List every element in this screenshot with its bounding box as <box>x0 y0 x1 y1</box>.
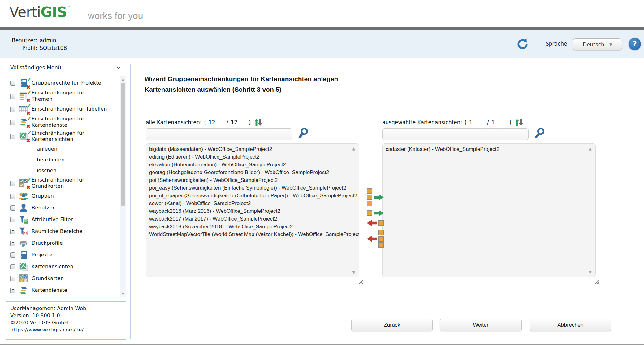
expand-toggle-icon[interactable]: + <box>10 194 15 199</box>
list-item[interactable]: editing (Editieren) - WebOffice_SamplePr… <box>146 153 359 161</box>
list-item[interactable]: poi (Sehenswürdigkeiten) - WebOffice_Sam… <box>146 176 359 184</box>
vertigis-link[interactable]: https://www.vertigis.com/de/ <box>10 327 84 333</box>
sidebar-item[interactable]: +✔✖Einschränkungen für Themen <box>6 89 126 103</box>
items-stack-icon <box>378 230 384 248</box>
sidebar-item[interactable]: +Gruppen <box>6 190 126 202</box>
list-item[interactable]: cadaster (Kataster) - WebOffice_SamplePr… <box>383 145 595 153</box>
sidebar-item[interactable]: +✔✖Gruppenrechte für Projekte <box>6 77 126 89</box>
resize-grip-icon[interactable] <box>358 279 363 286</box>
themes-restriction-icon: ✔✖ <box>18 91 29 101</box>
language-value: Deutsch <box>583 42 604 48</box>
user-info: Benutzer: admin Profil: SQLite108 <box>12 37 67 51</box>
list-item[interactable]: sewer (Kanal) - WebOffice_SampleProject2 <box>146 199 359 207</box>
sidebar-item[interactable]: +✔✖Einschränkungen für Tabellen <box>6 103 126 115</box>
profile-value: SQLite108 <box>40 45 67 51</box>
back-button[interactable]: Zurück <box>351 319 433 331</box>
available-listbox[interactable]: bigdata (Massendaten) - WebOffice_Sample… <box>146 143 359 277</box>
sidebar-item[interactable]: +Attributive Filter <box>6 214 126 226</box>
expand-toggle-icon[interactable]: + <box>10 288 15 293</box>
paren-open: ( <box>204 119 206 125</box>
list-item[interactable]: geotag (Hochgeladene Georeferenzierte Bi… <box>146 169 359 176</box>
selected-listbox[interactable]: cadaster (Kataster) - WebOffice_SamplePr… <box>382 143 596 277</box>
cancel-button[interactable]: Abbrechen <box>530 319 611 331</box>
map-services-icon <box>18 285 29 295</box>
user-band: Benutzer: admin Profil: SQLite108 Sprach… <box>0 30 644 58</box>
sidebar-item[interactable]: +✔✖Einschränkungen für Grundkarten <box>6 176 126 190</box>
list-item[interactable]: WorldStreetMapVectorTile (World Street M… <box>146 230 359 238</box>
scroll-up-icon[interactable]: ▲ <box>352 146 355 151</box>
cross-badge-icon: ✖ <box>26 185 31 190</box>
sidebar-subitem[interactable]: anlegen <box>6 143 126 154</box>
sidebar-item[interactable]: +Druckprofile <box>6 237 126 249</box>
available-total: 12 <box>228 119 249 125</box>
scroll-down-icon[interactable]: ▼ <box>589 270 592 274</box>
user-label: Benutzer: <box>12 37 37 43</box>
available-search-input[interactable] <box>146 128 292 140</box>
refresh-icon[interactable] <box>516 38 529 50</box>
chevron-down-icon: ▼ <box>609 42 612 47</box>
sidebar-item[interactable]: +Grundkarten <box>6 273 126 284</box>
logo-gis: GIS <box>41 4 67 20</box>
list-item[interactable]: poi_easy (Sehenswürdigkeiten (Einfache S… <box>146 184 359 192</box>
scroll-up-icon[interactable]: ▲ <box>120 77 126 81</box>
expand-toggle-icon[interactable]: + <box>10 276 15 281</box>
scroll-up-icon[interactable]: ▲ <box>589 146 592 151</box>
expand-toggle-icon[interactable]: + <box>10 229 15 234</box>
item-square-icon <box>367 210 372 216</box>
expand-toggle-icon[interactable]: + <box>10 94 15 99</box>
available-list-label: alle Kartenansichten: <box>146 119 201 125</box>
scrollbar-thumb[interactable] <box>121 83 125 206</box>
sidebar-item[interactable]: +Kartenansichten <box>6 261 126 273</box>
move-selected-right-button[interactable] <box>367 210 387 216</box>
list-item[interactable]: wayback2018 (November 2018) - WebOffice_… <box>146 223 359 230</box>
move-all-right-button[interactable] <box>367 188 387 206</box>
next-button[interactable]: Weiter <box>440 319 522 331</box>
sidebar-subitem[interactable]: bearbeiten <box>6 154 126 165</box>
expand-toggle-icon[interactable]: + <box>10 264 15 269</box>
expand-toggle-icon[interactable]: + <box>10 217 15 222</box>
paren-close: ) <box>509 119 512 125</box>
sidebar-item[interactable]: +Räumliche Bereiche <box>6 226 126 237</box>
language-select[interactable]: Deutsch ▼ <box>573 38 622 50</box>
expand-toggle-icon[interactable]: + <box>10 181 15 186</box>
sidebar-subitem[interactable]: löschen <box>6 165 126 176</box>
list-item[interactable]: poi_of_epaper (Sehenswürdigkeiten (Ortho… <box>146 192 359 199</box>
help-button[interactable]: ? <box>629 38 641 50</box>
sidebar-item[interactable]: +Kartendienste <box>6 284 126 296</box>
scroll-down-icon[interactable]: ▼ <box>352 270 355 274</box>
sidebar-item[interactable]: +Benutzer <box>6 202 126 214</box>
list-item[interactable]: elevation (Höheninformation) - WebOffice… <box>146 161 359 169</box>
expand-toggle-icon[interactable]: + <box>10 241 15 246</box>
groups-icon <box>18 191 29 201</box>
selected-search-input[interactable] <box>382 128 529 140</box>
expand-toggle-icon[interactable]: + <box>10 107 15 112</box>
vertigis-logo: VertiGIS™ <box>9 4 71 20</box>
wizard-title: Wizard Gruppeneinschränkungen für Karten… <box>145 74 338 95</box>
list-item[interactable]: wayback2017 (Mai 2017) - WebOffice_Sampl… <box>146 215 359 223</box>
expand-toggle-icon[interactable]: + <box>10 120 15 125</box>
sort-toggle-icon[interactable] <box>254 118 263 126</box>
sidebar-item[interactable]: −✔✖Einschränkungen für Kartenansichten <box>6 129 126 143</box>
sidebar-item[interactable]: +✔✖Einschränkungen für Kartendienste <box>6 115 126 129</box>
move-selected-left-button[interactable] <box>367 220 387 226</box>
sidebar-scrollbar[interactable]: ▲ ▼ <box>120 76 126 297</box>
menu-filter-select[interactable]: Vollständiges Menü <box>6 62 124 73</box>
collapse-toggle-icon[interactable]: − <box>10 134 15 139</box>
check-badge-icon: ✔ <box>27 116 31 121</box>
scroll-down-icon[interactable]: ▼ <box>120 292 126 296</box>
expand-toggle-icon[interactable]: + <box>10 252 15 258</box>
search-icon[interactable] <box>534 127 545 140</box>
selected-items: cadaster (Kataster) - WebOffice_SamplePr… <box>383 145 595 153</box>
move-all-left-button[interactable] <box>367 230 387 248</box>
list-item[interactable]: wayback2016 (März 2016) - WebOffice_Samp… <box>146 207 359 215</box>
resize-grip-icon[interactable] <box>594 279 599 286</box>
expand-toggle-icon[interactable]: + <box>10 205 15 211</box>
arrow-left-icon <box>367 236 377 242</box>
search-icon[interactable] <box>297 127 309 140</box>
sort-toggle-icon[interactable] <box>514 118 524 126</box>
check-badge-icon: ✔ <box>27 103 31 108</box>
list-item[interactable]: bigdata (Massendaten) - WebOffice_Sample… <box>146 145 359 153</box>
trademark-symbol: ™ <box>67 5 71 10</box>
sidebar-item[interactable]: +Projekte <box>6 249 126 261</box>
expand-toggle-icon[interactable]: + <box>10 81 15 86</box>
